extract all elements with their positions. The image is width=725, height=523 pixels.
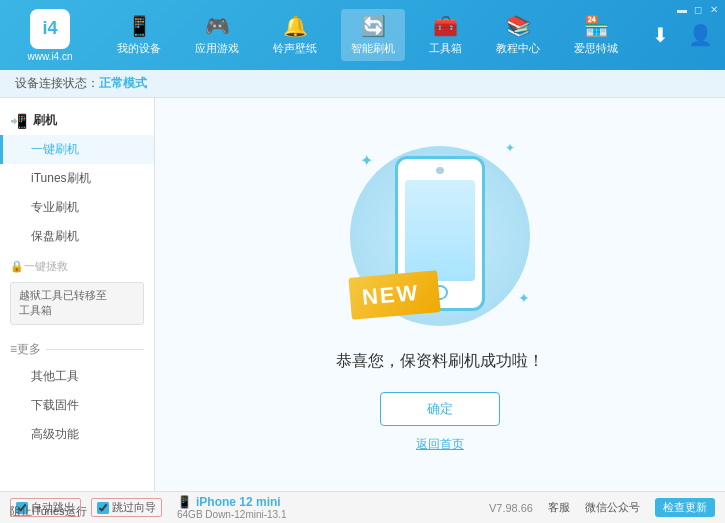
- bottom-bar: 自动跳出 跳过向导 📱 iPhone 12 mini 64GB Down-12m…: [0, 491, 725, 523]
- status-bar: 设备连接状态： 正常模式: [0, 70, 725, 98]
- smart-shop-icon: 🔄: [361, 14, 386, 38]
- phone-screen: [405, 180, 475, 281]
- sidebar-itunes-flash[interactable]: iTunes刷机: [0, 164, 154, 193]
- more-label: 更多: [17, 341, 41, 358]
- logo-area: i4 www.i4.cn: [10, 9, 90, 62]
- minimize-button[interactable]: ▬: [675, 2, 689, 16]
- tutorial-label: 教程中心: [496, 41, 540, 56]
- app-game-label: 应用游戏: [195, 41, 239, 56]
- main-area: 📲 刷机 一键刷机 iTunes刷机 专业刷机 保盘刷机 🔒 一键拯救 越狱工具…: [0, 98, 725, 491]
- sidebar-save-flash[interactable]: 保盘刷机: [0, 222, 154, 251]
- success-message: 恭喜您，保资料刷机成功啦！: [336, 351, 544, 372]
- new-ribbon: ✦ NEW ✦: [348, 270, 441, 320]
- nav-my-device[interactable]: 📱 我的设备: [107, 9, 171, 61]
- sidebar-one-key-flash[interactable]: 一键刷机: [0, 135, 154, 164]
- logo-icon: i4: [30, 9, 70, 49]
- device-details: 64GB Down-12mini-13.1: [177, 509, 287, 520]
- sidebar: 📲 刷机 一键刷机 iTunes刷机 专业刷机 保盘刷机 🔒 一键拯救 越狱工具…: [0, 98, 155, 491]
- content-area: ✦ ✦ ✦ ✦ NEW ✦ 恭喜您，保资料刷机成功啦！ 确定 返回首页: [155, 98, 725, 491]
- sparkle-icon-1: ✦: [360, 151, 373, 170]
- sidebar-rescue-divider: 🔒 一键拯救: [0, 251, 154, 278]
- store-icon: 🏪: [584, 14, 609, 38]
- status-prefix: 设备连接状态：: [15, 75, 99, 92]
- nav-toolbox[interactable]: 🧰 工具箱: [419, 9, 472, 61]
- toolbox-label: 工具箱: [429, 41, 462, 56]
- status-mode: 正常模式: [99, 75, 147, 92]
- new-badge-text: NEW: [361, 280, 420, 310]
- device-name: 📱 iPhone 12 mini: [177, 495, 287, 509]
- home-link[interactable]: 返回首页: [416, 436, 464, 453]
- user-button[interactable]: 👤: [685, 20, 715, 50]
- sidebar-pro-flash[interactable]: 专业刷机: [0, 193, 154, 222]
- sparkle-icon-3: ✦: [518, 290, 530, 306]
- logo-url: www.i4.cn: [27, 51, 72, 62]
- device-name-text: iPhone 12 mini: [196, 495, 281, 509]
- check-update-button[interactable]: 检查更新: [655, 498, 715, 517]
- flash-section-label: 刷机: [33, 112, 57, 129]
- nav-smart-shop[interactable]: 🔄 智能刷机: [341, 9, 405, 61]
- phone-illustration: ✦ ✦ ✦ ✦ NEW ✦: [340, 136, 540, 336]
- skip-guide-input[interactable]: [97, 502, 109, 514]
- download-button[interactable]: ⬇: [645, 20, 675, 50]
- nav-tutorial[interactable]: 📚 教程中心: [486, 9, 550, 61]
- wechat-link[interactable]: 微信公众号: [585, 500, 640, 515]
- app-game-icon: 🎮: [205, 14, 230, 38]
- device-firmware: Down-12mini-13.1: [205, 509, 286, 520]
- close-button[interactable]: ✕: [707, 2, 721, 16]
- maximize-button[interactable]: ◻: [691, 2, 705, 16]
- store-label: 爱思特城: [574, 41, 618, 56]
- sidebar-download-firmware[interactable]: 下载固件: [0, 391, 154, 420]
- more-icon: ≡: [10, 342, 17, 356]
- device-icon: 📱: [177, 495, 192, 509]
- sparkle-icon-2: ✦: [505, 141, 515, 155]
- tutorial-icon: 📚: [506, 14, 531, 38]
- sidebar-advanced[interactable]: 高级功能: [0, 420, 154, 449]
- device-info: 📱 iPhone 12 mini 64GB Down-12mini-13.1: [177, 495, 287, 520]
- confirm-button[interactable]: 确定: [380, 392, 500, 426]
- toolbox-icon: 🧰: [433, 14, 458, 38]
- nav-items: 📱 我的设备 🎮 应用游戏 🔔 铃声壁纸 🔄 智能刷机 🧰 工具箱 📚: [100, 9, 635, 61]
- jailbreak-notice: 越狱工具已转移至 工具箱: [10, 282, 144, 325]
- nav-store[interactable]: 🏪 爱思特城: [564, 9, 628, 61]
- phone-camera: [436, 167, 444, 174]
- ribbon-star-right: ✦: [440, 295, 449, 307]
- nav-app-game[interactable]: 🎮 应用游戏: [185, 9, 249, 61]
- version-text: V7.98.66: [489, 502, 533, 514]
- ringtone-icon: 🔔: [283, 14, 308, 38]
- device-storage: 64GB: [177, 509, 203, 520]
- my-device-icon: 📱: [127, 14, 152, 38]
- more-section-divider: ≡ 更多: [0, 333, 154, 362]
- rescue-label: 一键拯救: [24, 259, 68, 274]
- logo-text: i4: [42, 18, 57, 39]
- stop-itunes-area: 阻止iTunes运行: [10, 501, 87, 519]
- rescue-section-label: 🔒: [10, 260, 24, 273]
- flash-section-header: 📲 刷机: [0, 106, 154, 135]
- window-controls: ▬ ◻ ✕: [675, 2, 721, 16]
- ringtone-label: 铃声壁纸: [273, 41, 317, 56]
- nav-ringtone[interactable]: 🔔 铃声壁纸: [263, 9, 327, 61]
- flash-section-icon: 📲: [10, 113, 27, 129]
- skip-guide-checkbox[interactable]: 跳过向导: [91, 498, 162, 517]
- divider-line: [46, 349, 144, 350]
- top-nav-bar: i4 www.i4.cn 📱 我的设备 🎮 应用游戏 🔔 铃声壁纸 🔄 智能刷机: [0, 0, 725, 70]
- ribbon-star-left: ✦: [341, 283, 350, 295]
- my-device-label: 我的设备: [117, 41, 161, 56]
- nav-right-actions: ⬇ 👤: [645, 20, 715, 50]
- customer-service-link[interactable]: 客服: [548, 500, 570, 515]
- skip-guide-label: 跳过向导: [112, 500, 156, 515]
- bottom-right: V7.98.66 客服 微信公众号 检查更新: [489, 498, 715, 517]
- sidebar-other-tools[interactable]: 其他工具: [0, 362, 154, 391]
- stop-itunes-button[interactable]: 阻止iTunes运行: [10, 505, 87, 517]
- smart-shop-label: 智能刷机: [351, 41, 395, 56]
